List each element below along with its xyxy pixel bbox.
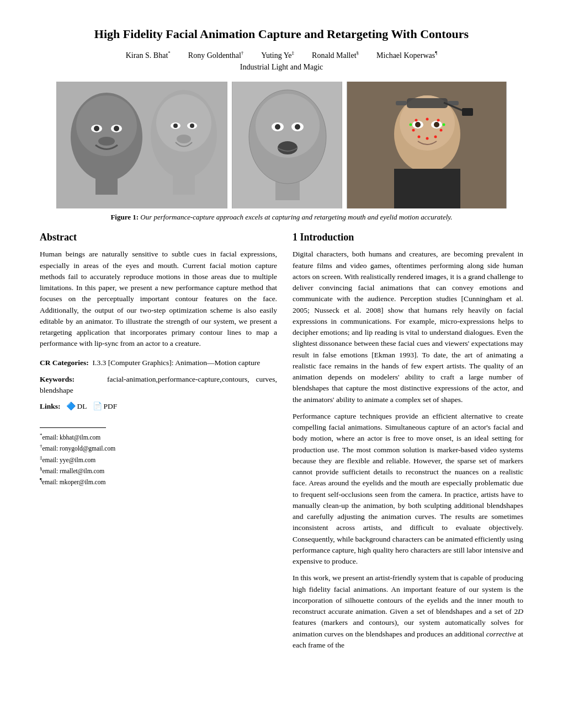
svg-point-4 xyxy=(94,126,99,131)
intro-paragraph-1: Digital characters, both humans and crea… xyxy=(293,249,523,405)
svg-point-45 xyxy=(434,136,437,138)
footnote-5: ¶email: mkoper@ilm.com xyxy=(40,476,277,487)
dl-icon: 🔷 xyxy=(66,402,76,411)
svg-point-47 xyxy=(443,124,445,126)
figure-image-right xyxy=(347,82,507,208)
paper-title: High Fidelity Facial Animation Capture a… xyxy=(40,26,523,42)
figure-caption-bold: Figure 1: xyxy=(110,213,139,221)
figure-caption: Figure 1: Our performance-capture approa… xyxy=(40,213,523,222)
dl-link[interactable]: 🔷 DL xyxy=(66,402,87,411)
authors-line: Kiran S. Bhat* Rony Goldenthal† Yuting Y… xyxy=(40,50,523,60)
svg-rect-50 xyxy=(394,169,460,208)
svg-point-7 xyxy=(98,137,115,146)
cr-label: CR Categories: xyxy=(40,358,89,367)
figure-section: Figure 1: Our performance-capture approa… xyxy=(40,82,523,222)
svg-point-39 xyxy=(426,118,429,121)
figure-image-middle xyxy=(232,82,342,208)
right-column: 1 Introduction Digital characters, both … xyxy=(293,232,523,656)
figure-images xyxy=(40,82,523,208)
svg-rect-25 xyxy=(275,170,300,200)
svg-point-15 xyxy=(177,135,191,143)
author-3: Yuting Ye‡ xyxy=(261,50,294,60)
svg-point-6 xyxy=(114,126,119,131)
title-section: High Fidelity Facial Animation Capture a… xyxy=(40,26,523,72)
pdf-link-text[interactable]: PDF xyxy=(104,402,118,411)
svg-rect-16 xyxy=(173,167,195,195)
author-4: Ronald Mallet§ xyxy=(312,50,359,60)
svg-rect-35 xyxy=(407,98,448,108)
footnote-3: ‡email: yye@ilm.com xyxy=(40,454,277,465)
links-section: Links: 🔷 DL 📄 PDF xyxy=(40,402,277,411)
affiliation-line: Industrial Light and Magic xyxy=(40,63,523,72)
svg-point-2 xyxy=(76,95,137,156)
footnotes: *email: kbhat@ilm.com †email: ronygold@g… xyxy=(40,431,277,487)
svg-rect-36 xyxy=(396,101,407,105)
svg-point-34 xyxy=(434,122,439,127)
links-label: Links: xyxy=(40,402,61,411)
footnote-rule xyxy=(40,427,106,428)
svg-point-44 xyxy=(426,137,429,140)
author-5: Michael Koperwas¶ xyxy=(376,50,437,60)
kw-label: Keywords: xyxy=(40,375,75,383)
svg-point-24 xyxy=(278,141,298,154)
author-1: Kiran S. Bhat* xyxy=(126,50,171,60)
svg-point-40 xyxy=(437,119,440,122)
page: High Fidelity Facial Animation Capture a… xyxy=(0,0,563,683)
abstract-heading: Abstract xyxy=(40,232,277,243)
svg-point-38 xyxy=(415,119,418,122)
svg-point-21 xyxy=(275,124,280,130)
footnote-1: *email: kbhat@ilm.com xyxy=(40,431,277,442)
svg-point-14 xyxy=(190,124,194,128)
svg-rect-49 xyxy=(462,108,473,116)
svg-rect-8 xyxy=(95,167,118,195)
dl-link-text[interactable]: DL xyxy=(77,402,87,411)
svg-point-32 xyxy=(415,122,421,127)
cr-categories: CR Categories: I.3.3 [Computer Graphics]… xyxy=(40,357,277,368)
svg-point-42 xyxy=(440,129,443,132)
footnote-2: †email: ronygold@gmail.com xyxy=(40,442,277,453)
intro-paragraph-2: Performance capture techniques provide a… xyxy=(293,411,523,568)
intro-paragraph-3: In this work, we present an artist-frien… xyxy=(293,572,523,651)
footnote-4: §email: rmallet@ilm.com xyxy=(40,465,277,476)
two-column-layout: Abstract Human beings are naturally sens… xyxy=(40,232,523,656)
keywords-section: Keywords: facial-animation,performance-c… xyxy=(40,374,277,397)
svg-point-41 xyxy=(412,129,415,132)
svg-point-46 xyxy=(410,124,412,126)
figure-image-left xyxy=(56,82,227,208)
left-column: Abstract Human beings are naturally sens… xyxy=(40,232,277,656)
abstract-paragraph-1: Human beings are naturally sensitive to … xyxy=(40,249,277,349)
svg-point-23 xyxy=(295,124,300,130)
figure-caption-italic: Our performance-capture approach excels … xyxy=(139,213,453,221)
pdf-link[interactable]: 📄 PDF xyxy=(93,402,118,411)
pdf-icon: 📄 xyxy=(93,402,102,411)
introduction-heading: 1 Introduction xyxy=(293,232,523,243)
svg-point-12 xyxy=(173,124,178,128)
svg-point-43 xyxy=(418,136,421,138)
author-2: Rony Goldenthal† xyxy=(188,50,244,60)
